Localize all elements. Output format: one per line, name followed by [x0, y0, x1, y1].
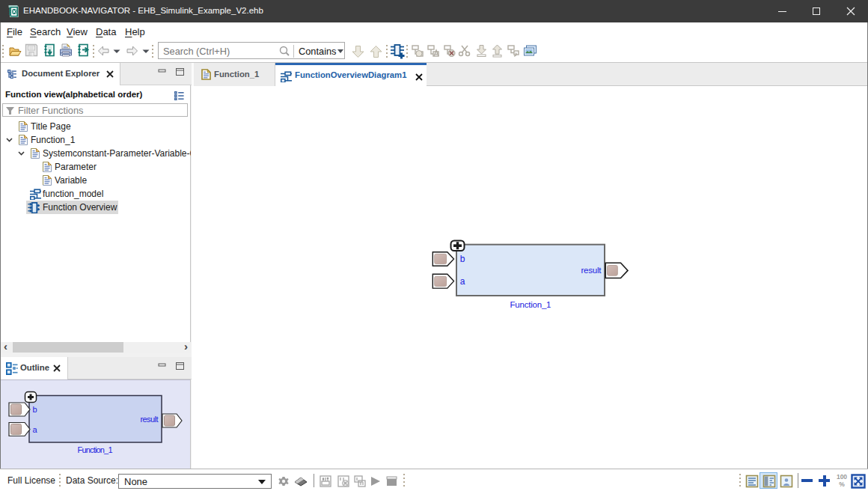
svg-text:Function_1: Function_1: [510, 300, 551, 309]
svg-text:b: b: [33, 405, 37, 414]
svg-text:result: result: [141, 415, 159, 424]
svg-text:b: b: [460, 254, 465, 264]
svg-text:Function_1: Function_1: [78, 445, 113, 454]
svg-text:result: result: [581, 266, 602, 275]
svg-text:a: a: [33, 425, 38, 434]
svg-text:a: a: [460, 276, 465, 287]
